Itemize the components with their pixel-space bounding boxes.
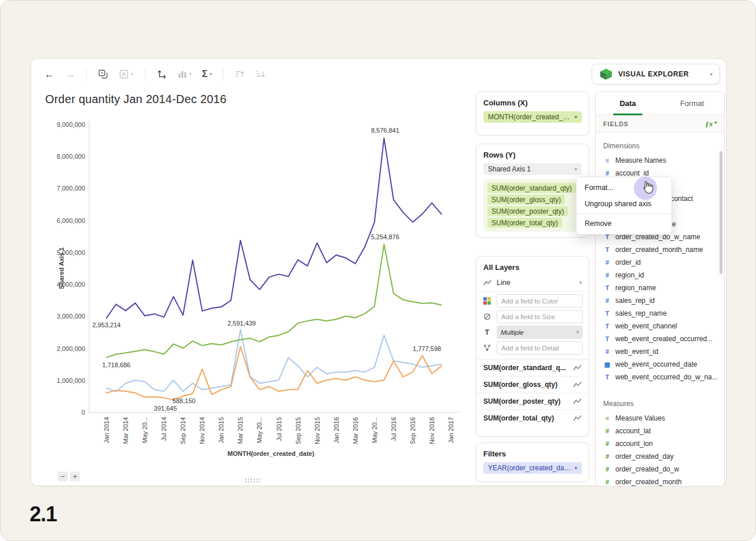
svg-text:Jan 2016: Jan 2016 [333, 417, 340, 443]
dimension-item[interactable]: T web_event_channel [603, 320, 724, 332]
field-label: web_event_occurred_date [615, 360, 697, 368]
svg-text:Sep 2015: Sep 2015 [295, 417, 302, 444]
row-pill-label: SUM(order_standard_qty) [491, 184, 572, 192]
dimension-item[interactable]: T web_event_created_occurred... [603, 332, 724, 345]
dimension-item[interactable]: ▦ web_event_occurred_date [603, 358, 724, 371]
panel-tab[interactable]: Format [660, 92, 724, 115]
zoom-out-button[interactable]: − [58, 471, 68, 481]
sort-ascending-button[interactable] [234, 69, 245, 79]
field-label: web_event_occurred_do_w_na... [615, 373, 718, 381]
dimension-item[interactable]: # sales_rep_id [603, 294, 724, 307]
field-label: web_event_id [615, 348, 658, 356]
field-label: account_id [615, 169, 649, 177]
toolbar: ← → ▾ ▾ Σ ▾ [31, 59, 726, 89]
field-label: order_created_day [615, 452, 674, 460]
measure-item[interactable]: # account_lon [603, 437, 724, 450]
visual-explorer-label: VISUAL EXPLORER [618, 70, 704, 78]
visual-explorer-button[interactable]: VISUAL EXPLORER ▾ [592, 64, 720, 85]
field-label: order_created_month [615, 478, 682, 486]
back-button[interactable]: ← [44, 69, 54, 79]
measure-item[interactable]: # account_lat [603, 425, 724, 437]
sort-ascending-icon [234, 69, 245, 79]
row-pill[interactable]: SUM(order_standard_qty) [487, 183, 576, 193]
panel-tab[interactable]: Data [596, 92, 660, 115]
dimension-item[interactable]: # region_id [603, 269, 724, 282]
sparkline-icon [573, 415, 582, 422]
layer-field-label: SUM(order_total_qty) [483, 414, 554, 422]
layer-field-row[interactable]: SUM(order_total_qty) [476, 410, 589, 426]
svg-text:391,645: 391,645 [154, 405, 177, 412]
size-icon [482, 312, 492, 321]
field-label: sales_rep_name [615, 309, 667, 317]
measure-item[interactable]: # order_created_month [603, 476, 724, 487]
svg-text:Jan 2015: Jan 2015 [218, 417, 225, 443]
line-chart[interactable]: 01,000,0002,000,0003,000,0004,000,0005,0… [54, 120, 471, 467]
measure-item[interactable]: # order_created_day [603, 450, 724, 463]
row-pill[interactable]: SUM(order_gloss_qty) [487, 195, 565, 204]
layer-field-row[interactable]: SUM(order_poster_qty) [476, 393, 589, 410]
svg-text:2,953,214: 2,953,214 [93, 321, 121, 328]
svg-text:0: 0 [82, 409, 85, 416]
svg-text:2,591,439: 2,591,439 [227, 320, 256, 327]
svg-text:1,718,686: 1,718,686 [102, 361, 131, 368]
dimension-item[interactable]: # web_event_id [603, 345, 724, 358]
measure-item[interactable]: # order_created_do_w [603, 463, 724, 476]
detail-field-input[interactable]: Add a field to Detail [497, 341, 583, 354]
duplicate-chart-button[interactable] [98, 69, 108, 79]
row-pill-label: SUM(order_poster_qty) [491, 207, 564, 215]
clear-chart-button[interactable]: ▾ [119, 69, 134, 79]
swap-axes-button[interactable] [156, 69, 167, 79]
scrollbar-thumb[interactable] [720, 151, 722, 274]
dimension-item[interactable]: T sales_rep_name [603, 307, 724, 320]
context-menu-item[interactable]: Remove [577, 214, 671, 232]
zoom-in-button[interactable]: + [70, 471, 80, 481]
dimension-item[interactable]: ≡ Measure Names [603, 154, 724, 167]
panel-tab-label: Data [619, 99, 636, 108]
layer-type-dropdown[interactable]: Line ▾ [476, 276, 589, 292]
field-type-icon: T [603, 284, 611, 291]
toolbar-divider [223, 68, 223, 81]
back-icon: ← [44, 69, 54, 79]
dimension-item[interactable]: # order_id [603, 256, 724, 269]
size-field-input[interactable]: Add a field to Size [497, 310, 583, 323]
figure-label: 2.1 [30, 502, 57, 527]
columns-pill[interactable]: MONTH(order_created_d... ▾ [483, 111, 582, 123]
app-window: ← → ▾ ▾ Σ ▾ [31, 59, 726, 486]
row-pill-label: SUM(order_total_qty) [491, 219, 558, 227]
layer-field-label: SUM(order_gloss_qty) [483, 381, 557, 389]
context-menu-item[interactable]: Ungroup shared axis [577, 196, 671, 212]
context-menu-item[interactable]: Format... [577, 180, 671, 196]
filter-pill[interactable]: YEAR(order_created_date) ▾ [483, 462, 582, 474]
sigma-icon: Σ [202, 69, 208, 79]
svg-text:Shared Axis 1: Shared Axis 1 [58, 247, 65, 289]
text-field-dropdown[interactable]: Multiple ▾ [497, 326, 583, 339]
layer-field-row[interactable]: SUM(order_standard_q... [476, 359, 589, 376]
field-type-icon: ≡ [603, 415, 611, 422]
sort-descending-button[interactable] [255, 69, 266, 79]
svg-text:2,000,000: 2,000,000 [57, 345, 85, 352]
add-calculation-icon[interactable]: ƒx⁺ [705, 119, 717, 129]
measure-item[interactable]: ≡ Measure Values [603, 412, 724, 425]
svg-text:Sep 2016: Sep 2016 [409, 417, 416, 444]
chart-type-button[interactable]: ▾ [177, 69, 192, 79]
field-type-icon: T [603, 374, 611, 381]
fields-header: FIELDS ƒx⁺ [596, 115, 724, 133]
shared-axis-label: Shared Axis 1 [488, 165, 531, 173]
dimension-item[interactable]: T order_created_month_name [603, 243, 724, 256]
aggregate-button[interactable]: Σ ▾ [202, 69, 212, 79]
caret-down-icon: ▾ [574, 167, 577, 172]
layer-field-row[interactable]: SUM(order_gloss_qty) [476, 376, 589, 393]
svg-text:8,576,841: 8,576,841 [371, 127, 399, 134]
dimension-item[interactable]: T web_event_occurred_do_w_na... [603, 371, 724, 383]
svg-text:Nov 2016: Nov 2016 [428, 417, 435, 444]
shared-axis-dropdown[interactable]: Shared Axis 1 ▾ [483, 163, 582, 175]
layers-panel-title: All Layers [476, 257, 589, 276]
row-pill[interactable]: SUM(order_total_qty) [487, 218, 562, 228]
color-field-input[interactable]: Add a field to Color [497, 294, 583, 308]
forward-button[interactable]: → [65, 69, 75, 79]
svg-text:Jul 2015: Jul 2015 [276, 417, 282, 441]
row-pill[interactable]: SUM(order_poster_qty) [487, 206, 568, 216]
dimension-item[interactable]: T region_name [603, 282, 724, 294]
field-type-icon: # [603, 453, 611, 460]
resize-handle[interactable] [244, 478, 260, 483]
